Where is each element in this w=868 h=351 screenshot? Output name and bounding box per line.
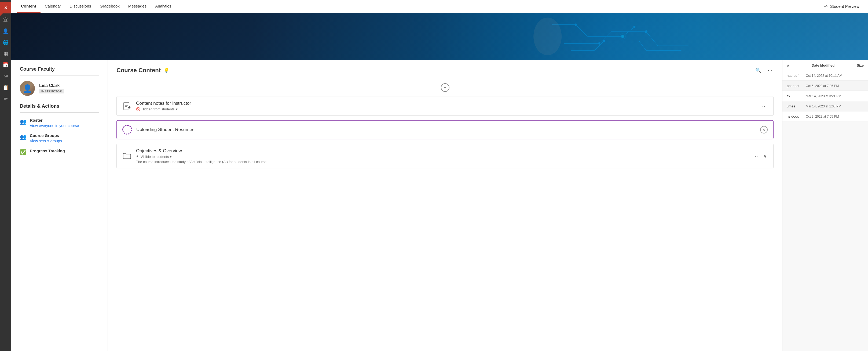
objectives-subtitle: 👁 Visible to students ▾ [136,155,748,159]
content-notes-title: Content notes for instructor [136,101,757,106]
mail-icon[interactable]: ✉ [1,71,10,81]
svg-rect-24 [124,102,129,110]
sidebar-icons-panel: × 🏛 👤 🌐 ▦ 📅 ✉ 📋 ✏ [0,0,11,351]
course-content-title: Course Content 💡 [117,67,169,74]
cancel-upload-button[interactable]: ✕ [760,126,768,134]
progress-tracking-title: Progress Tracking [30,148,65,153]
instructor-badge: INSTRUCTOR [39,89,64,93]
uploading-title: Uploading Student Resumes [136,127,756,133]
more-options-button[interactable]: ⋯ [767,66,774,75]
svg-line-13 [639,41,646,51]
bulb-icon: 💡 [163,67,169,73]
course-faculty-title: Course Faculty [20,66,99,72]
calendar-icon[interactable]: 📅 [1,60,10,70]
student-preview-icon: 👁 [824,4,828,8]
view-sets-groups-link[interactable]: View sets & groups [30,139,62,143]
size-label: Size [857,63,864,67]
hidden-icon: 🚫 [136,107,140,111]
add-content-button[interactable]: + [441,83,450,92]
file-date: Oct 14, 2022 at 10:11 AM [806,74,849,78]
roster-icon: 👥 [20,118,27,125]
file-name: pher.pdf [787,84,806,88]
person-icon[interactable]: 👤 [1,26,10,36]
course-groups-title: Course Groups [30,133,62,138]
roster-action: 👥 Roster View everyone in your course [20,118,99,128]
svg-line-1 [576,25,588,36]
right-panel-header: ∧ Date Modified Size [782,60,868,71]
add-content-row: + [117,83,774,92]
module-description: The course introduces the study of Artif… [136,160,748,164]
svg-point-15 [575,24,577,26]
objectives-info: Objectives & Overview 👁 Visible to stude… [136,148,748,164]
view-everyone-link[interactable]: View everyone in your course [30,123,79,128]
circuit-decoration [354,13,868,60]
tab-content[interactable]: Content [17,0,40,13]
tab-calendar[interactable]: Calendar [40,0,65,13]
course-groups-action: 👥 Course Groups View sets & groups [20,133,99,143]
objectives-actions: ⋯ ∨ [752,152,768,160]
svg-point-20 [603,40,605,42]
folder-icon [122,152,132,160]
uploading-info: Uploading Student Resumes [136,127,756,133]
search-button[interactable]: 🔍 [754,66,762,75]
tab-messages[interactable]: Messages [124,0,151,13]
avatar [20,81,35,96]
list-item: sx Mar 14, 2023 at 3:21 PM [782,91,868,101]
instructor-name: Lisa Clark [39,83,64,88]
content-divider [117,79,774,79]
close-button[interactable]: × [0,2,11,13]
file-name: sx [787,94,806,98]
instructor-info: Lisa Clark INSTRUCTOR [39,83,64,93]
file-date: Mar 14, 2023 at 3:21 PM [806,94,849,98]
svg-line-6 [599,32,611,43]
edit-icon[interactable]: ✏ [1,94,10,104]
grid-icon[interactable]: ▦ [1,49,10,59]
collapse-panel-button[interactable]: ∧ [787,63,789,67]
tab-gradebook[interactable]: Gradebook [95,0,124,13]
hero-banner [11,13,868,60]
upload-spinner-icon [122,125,132,135]
list-item: umes Mar 14, 2023 at 1:08 PM [782,101,868,111]
file-date: Oct 5, 2022 at 7:36 PM [806,84,849,88]
roster-title: Roster [30,118,79,122]
progress-tracking-action: ✅ Progress Tracking [20,148,99,155]
objectives-title: Objectives & Overview [136,148,748,154]
content-notes-more-btn[interactable]: ⋯ [761,102,768,110]
svg-point-18 [645,31,647,33]
objectives-more-btn[interactable]: ⋯ [752,152,759,160]
main-wrapper: Content Calendar Discussions Gradebook M… [11,0,868,351]
visibility-dropdown-icon[interactable]: ▾ [176,107,178,111]
file-name: umes [787,104,806,108]
file-date: Oct 2, 2022 at 7:05 PM [806,115,849,118]
right-panel: ∧ Date Modified Size nap.pdf Oct 14, 202… [782,60,868,351]
visibility-dropdown-icon-2[interactable]: ▾ [170,155,172,159]
svg-point-17 [598,42,600,44]
globe-icon[interactable]: 🌐 [1,38,10,47]
file-list: nap.pdf Oct 14, 2022 at 10:11 AM pher.pd… [782,71,868,121]
date-modified-label: Date Modified [812,63,834,67]
tab-analytics[interactable]: Analytics [151,0,176,13]
main-panel: Course Content 💡 🔍 ⋯ + [108,60,782,351]
building-icon[interactable]: 🏛 [1,15,10,25]
eye-icon: 👁 [136,155,140,159]
top-nav: Content Calendar Discussions Gradebook M… [11,0,868,13]
uploading-item: Uploading Student Resumes ✕ [117,120,774,139]
file-name: ns.docx [787,114,806,118]
list-item: ns.docx Oct 2, 2022 at 7:05 PM [782,112,868,121]
tab-discussions[interactable]: Discussions [65,0,95,13]
student-preview-button[interactable]: 👁 Student Preview [821,2,863,10]
file-date: Mar 14, 2023 at 1:08 PM [806,105,849,108]
document-icon[interactable]: 📋 [1,83,10,92]
instructor-row: Lisa Clark INSTRUCTOR [20,81,99,96]
content-area: Course Faculty Lisa Clark INSTRUCTOR Det… [11,60,868,351]
details-divider [20,112,99,113]
note-icon [122,102,132,110]
svg-point-16 [621,35,624,38]
file-name: nap.pdf [787,74,806,78]
faculty-divider [20,75,99,76]
progress-icon: ✅ [20,149,27,155]
header-actions: 🔍 ⋯ [754,66,774,75]
details-actions-title: Details & Actions [20,104,99,109]
objectives-expand-btn[interactable]: ∨ [762,152,768,160]
list-item: pher.pdf Oct 5, 2022 at 7:36 PM [782,81,868,91]
